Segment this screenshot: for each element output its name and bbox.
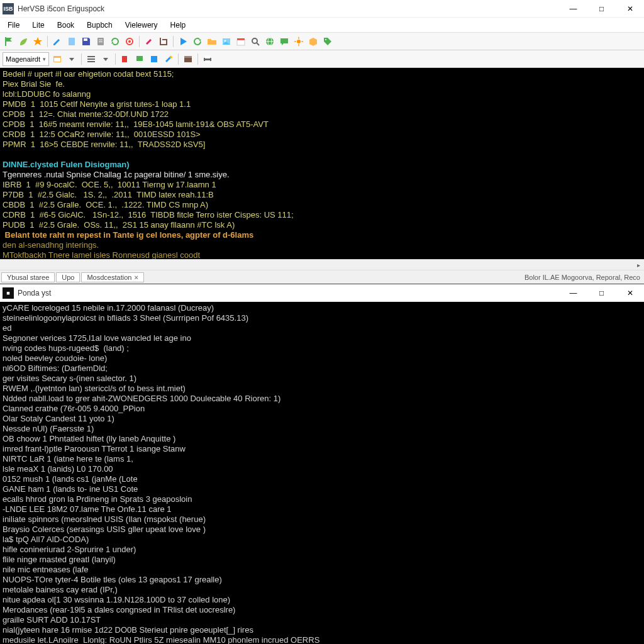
toolbar: [0, 33, 644, 50]
menu-lite[interactable]: Lite: [26, 19, 50, 31]
svg-rect-20: [87, 61, 95, 62]
statusbar: Ybusal staree Upo Mosdcestation× Bolor I…: [0, 270, 644, 284]
folder-icon[interactable]: [206, 35, 218, 48]
archive-icon[interactable]: [182, 53, 194, 65]
menu-vielewery[interactable]: Vielewery: [119, 19, 164, 31]
maximize-button[interactable]: □: [587, 284, 616, 301]
svg-rect-24: [205, 55, 210, 58]
svg-rect-0: [69, 38, 75, 45]
close-tab-icon[interactable]: ×: [134, 274, 138, 281]
close-button[interactable]: ✕: [616, 0, 644, 17]
svg-point-14: [297, 40, 301, 43]
clipboard-icon[interactable]: [94, 35, 107, 48]
app-icon: ISB: [3, 3, 14, 14]
svg-rect-4: [99, 42, 103, 42]
chevron-down-icon: ▾: [43, 56, 46, 62]
menu-help[interactable]: Help: [164, 19, 192, 31]
leaf-icon[interactable]: [17, 35, 30, 48]
reload-icon[interactable]: [191, 35, 204, 48]
status-right-text: Bolor IL.AE Mogoorva, Reporal, Reco: [525, 274, 644, 281]
target-icon[interactable]: [123, 35, 136, 48]
maximize-button[interactable]: □: [587, 0, 616, 17]
star-icon[interactable]: [31, 35, 44, 48]
console-output[interactable]: yCARE locreloged 15 nebile in.17.2000 fa…: [0, 302, 644, 644]
svg-rect-10: [237, 40, 245, 45]
horizontal-scrollbar[interactable]: ▸: [0, 259, 644, 270]
puzzle-red-icon[interactable]: [119, 53, 131, 65]
minimize-button[interactable]: —: [559, 0, 587, 17]
titlebar: ISB HerVSB i5con Eriguspock — □ ✕: [0, 0, 644, 18]
status-tab-1[interactable]: Ybusal staree: [1, 272, 55, 282]
app-icon: ■: [3, 287, 14, 299]
divider: [115, 53, 116, 65]
options-bar: Magenairdt ▾: [0, 50, 644, 68]
svg-rect-25: [205, 60, 210, 63]
divider: [139, 36, 140, 47]
play-icon[interactable]: [177, 35, 189, 48]
divider: [81, 53, 82, 65]
terminal-output[interactable]: Bedeil # upert #l oar ehigetion codat be…: [0, 68, 644, 259]
wand-icon[interactable]: [162, 53, 175, 65]
divider: [178, 53, 179, 65]
svg-rect-19: [87, 58, 95, 60]
list-icon[interactable]: [85, 53, 97, 65]
puzzle-green-icon[interactable]: [133, 53, 146, 65]
divider: [173, 36, 174, 47]
scroll-right-icon[interactable]: ▸: [633, 260, 644, 270]
close-button[interactable]: ✕: [616, 284, 644, 301]
document-icon[interactable]: [65, 35, 78, 48]
brush-icon[interactable]: [143, 35, 155, 48]
svg-rect-22: [184, 56, 192, 58]
tag-icon[interactable]: [321, 35, 334, 48]
svg-rect-3: [99, 40, 103, 40]
svg-point-6: [128, 40, 131, 43]
status-tab-3[interactable]: Mosdcestation×: [81, 272, 143, 282]
puzzle-blue-icon[interactable]: [148, 53, 160, 65]
divider: [47, 36, 48, 47]
secondary-console-window: ■ Ponda yst — □ ✕ yCARE locreloged 15 ne…: [0, 284, 644, 644]
search-icon[interactable]: [249, 35, 262, 48]
box-icon[interactable]: [307, 35, 319, 48]
svg-rect-17: [54, 58, 60, 62]
image-icon[interactable]: [220, 35, 233, 48]
main-app-window: ISB HerVSB i5con Eriguspock — □ ✕ File L…: [0, 0, 644, 284]
svg-rect-18: [87, 56, 95, 57]
globe-icon[interactable]: [264, 35, 276, 48]
mode-combo[interactable]: Magenairdt ▾: [3, 52, 49, 66]
minimize-button[interactable]: —: [559, 284, 587, 301]
app-title: Ponda yst: [18, 289, 559, 297]
window-controls: — □ ✕: [559, 284, 644, 301]
app-title: HerVSB i5con Eriguspock: [18, 4, 559, 13]
svg-point-11: [252, 38, 257, 43]
flag-green-icon[interactable]: [3, 35, 15, 48]
crop-icon[interactable]: [157, 35, 170, 48]
status-tab-2[interactable]: Upo: [56, 272, 80, 282]
gear-icon[interactable]: [292, 35, 305, 48]
save-icon[interactable]: [80, 35, 92, 48]
titlebar: ■ Ponda yst — □ ✕: [0, 284, 644, 302]
menu-book[interactable]: Book: [51, 19, 80, 31]
dropdown-icon[interactable]: [65, 53, 78, 65]
printer-icon[interactable]: [201, 53, 214, 65]
svg-rect-1: [84, 38, 87, 41]
scrollbar-track[interactable]: [0, 260, 633, 270]
combo-value: Magenairdt: [6, 55, 40, 63]
dropdown2-icon[interactable]: [99, 53, 112, 65]
window-controls: — □ ✕: [559, 0, 644, 17]
refresh-icon[interactable]: [109, 35, 121, 48]
menubar: File Lite Book Bupbch Vielewery Help: [0, 18, 644, 33]
menu-file[interactable]: File: [1, 19, 26, 31]
svg-point-15: [325, 39, 326, 40]
chat-icon[interactable]: [278, 35, 291, 48]
menu-bupbch[interactable]: Bupbch: [80, 19, 119, 31]
svg-rect-21: [184, 57, 192, 62]
window-icon[interactable]: [51, 53, 64, 65]
pencil-icon[interactable]: [51, 35, 64, 48]
divider: [197, 53, 198, 65]
calendar-icon[interactable]: [235, 35, 247, 48]
